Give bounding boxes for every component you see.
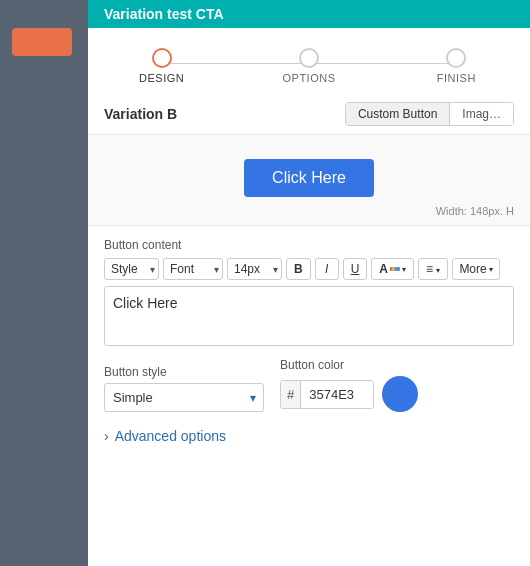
more-chevron-icon: ▾ (489, 265, 493, 274)
font-dropdown[interactable]: Font (163, 258, 223, 280)
toolbar-area: Button content Style Font 14px (88, 226, 530, 286)
variation-label: Variation B (104, 106, 177, 122)
toolbar-controls: Style Font 14px B I U (104, 258, 514, 280)
step-finish: FINISH (383, 48, 530, 84)
underline-button[interactable]: U (343, 258, 368, 280)
text-color-a: A (379, 262, 388, 276)
button-style-select[interactable]: Simple Rounded Pill Flat (104, 383, 264, 412)
header-title: Variation test CTA (104, 6, 224, 22)
align-icon: ≡ (426, 262, 433, 276)
style-color-row: Button style Simple Rounded Pill Flat Bu… (88, 346, 530, 420)
preview-area: Click Here Width: 148px. H (88, 135, 530, 226)
text-editor[interactable]: Click Here (104, 286, 514, 346)
advanced-options-row[interactable]: › Advanced options (88, 420, 530, 452)
step-design: DESIGN (88, 48, 235, 84)
color-text-input[interactable] (301, 381, 373, 408)
step-label-options: OPTIONS (282, 72, 335, 84)
main-content: Variation test CTA DESIGN OPTIONS FINISH… (88, 0, 530, 566)
tab-group: Custom Button Imag… (345, 102, 514, 126)
button-color-group: Button color # (280, 358, 418, 412)
color-swatch-button[interactable] (382, 376, 418, 412)
bold-button[interactable]: B (286, 258, 311, 280)
button-style-select-wrapper[interactable]: Simple Rounded Pill Flat (104, 383, 264, 412)
font-dropdown-wrapper[interactable]: Font (163, 258, 223, 280)
style-dropdown-wrapper[interactable]: Style (104, 258, 159, 280)
button-content-label: Button content (104, 238, 514, 252)
step-label-design: DESIGN (139, 72, 184, 84)
variation-row: Variation B Custom Button Imag… (88, 94, 530, 135)
header-bar: Variation test CTA (88, 0, 530, 28)
button-color-label: Button color (280, 358, 418, 372)
color-input-group: # (280, 380, 374, 409)
color-hash: # (281, 381, 301, 408)
sidebar-button (12, 28, 72, 56)
preview-cta-button[interactable]: Click Here (244, 159, 374, 197)
step-options: OPTIONS (235, 48, 382, 84)
color-indicator-icon (390, 267, 400, 271)
tab-image[interactable]: Imag… (449, 103, 513, 125)
advanced-chevron-icon: › (104, 428, 109, 444)
button-style-label: Button style (104, 365, 264, 379)
stepper: DESIGN OPTIONS FINISH (88, 28, 530, 94)
step-circle-finish (446, 48, 466, 68)
align-chevron-icon: ▾ (436, 266, 440, 275)
sidebar-overlay (0, 0, 88, 566)
tab-custom-button[interactable]: Custom Button (346, 103, 449, 125)
align-button[interactable]: ≡ ▾ (418, 258, 448, 280)
italic-button[interactable]: I (315, 258, 339, 280)
style-dropdown[interactable]: Style (104, 258, 159, 280)
text-color-button[interactable]: A ▾ (371, 258, 414, 280)
button-style-group: Button style Simple Rounded Pill Flat (104, 365, 264, 412)
advanced-options-label: Advanced options (115, 428, 226, 444)
size-dropdown[interactable]: 14px (227, 258, 282, 280)
color-chevron-icon: ▾ (402, 265, 406, 274)
editor-content: Click Here (113, 295, 178, 311)
step-label-finish: FINISH (437, 72, 476, 84)
step-circle-design (152, 48, 172, 68)
more-button[interactable]: More ▾ (452, 258, 499, 280)
step-circle-options (299, 48, 319, 68)
preview-dimensions: Width: 148px. H (436, 205, 514, 217)
size-dropdown-wrapper[interactable]: 14px (227, 258, 282, 280)
button-color-input-row: # (280, 376, 418, 412)
more-label: More (459, 262, 486, 276)
